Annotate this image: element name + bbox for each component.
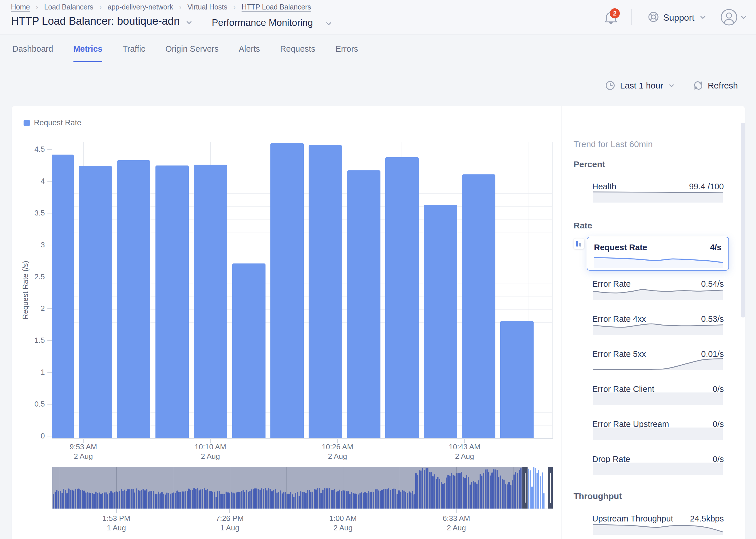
breadcrumb-item-load-balancers[interactable]: Load Balancers [44,3,93,11]
brush-bar [495,470,496,508]
brush-bar [463,477,464,508]
brush-bar [278,492,279,508]
refresh-button[interactable]: Refresh [694,80,738,91]
brush-bar [177,491,178,508]
brush-bar [444,483,445,508]
brush-bar [282,493,283,509]
brush-handle-right[interactable] [548,467,553,508]
lifebuoy-icon[interactable] [647,11,660,23]
brush-bar [214,492,215,508]
chart-legend[interactable]: Request Rate [24,118,81,127]
tab-errors[interactable]: Errors [335,44,358,62]
request-rate-bar[interactable] [424,205,457,438]
brush-bar [269,489,271,508]
brush-bar [161,492,163,508]
brush-bar [138,490,139,508]
chart-type-icon[interactable] [573,239,584,249]
request-rate-bar[interactable] [270,143,304,438]
request-rate-bar[interactable] [232,264,265,438]
tab-traffic[interactable]: Traffic [122,44,145,62]
request-rate-bar[interactable] [462,174,495,438]
brush-bar [210,491,212,508]
brush-bar [93,494,95,509]
brush-bar [502,479,503,508]
brush-bar [90,493,92,508]
sidebar-section-title: Percent [573,159,605,169]
brush-bar [314,489,315,508]
brush-bar [251,489,253,508]
y-axis-tick [47,149,52,150]
brush-bar [490,476,491,508]
bar-icon-right [579,243,581,247]
brush-bar [302,492,303,508]
tab-origin-servers[interactable]: Origin Servers [165,44,218,62]
notification-badge[interactable]: 2 [610,8,620,18]
request-rate-bar[interactable] [194,165,227,438]
avatar-icon[interactable] [720,9,738,26]
brush-bar [337,491,339,508]
request-rate-bar[interactable] [155,166,189,438]
brush-bar [434,474,435,508]
brush-bar [427,468,428,508]
brush-bar [207,489,208,508]
request-rate-bar[interactable] [347,170,380,438]
timeline-brush[interactable] [52,467,553,508]
brush-bar [55,492,56,508]
request-rate-bar[interactable] [117,160,150,438]
brush-bar [124,490,125,508]
view-chevron-down-icon[interactable] [325,20,333,28]
request-rate-bar[interactable] [52,155,74,438]
brush-bar [56,490,58,508]
brush-bar [500,476,501,508]
brush-bar [142,489,144,508]
brush-bar [250,491,251,508]
time-range-select[interactable]: Last 1 hour [605,80,675,91]
breadcrumb-item-home[interactable]: Home [11,3,30,11]
brush-bar [346,491,347,508]
brush-selected-window[interactable] [528,467,548,508]
breadcrumb-item-http-load-balancers[interactable]: HTTP Load Balancers [242,3,311,11]
breadcrumb-item-app-delivery-network[interactable]: app-delivery-network [108,3,173,11]
brush-bar [246,490,247,508]
brush-axis-tick [229,509,230,513]
legend-label: Request Rate [34,118,81,127]
sidebar-scrollbar[interactable] [741,123,745,318]
brush-bar [204,488,205,508]
request-rate-bar[interactable] [309,145,342,438]
y-axis-label: 1.5 [22,336,45,345]
tab-requests[interactable]: Requests [280,44,316,62]
brush-bar [470,485,471,508]
breadcrumb-item-virtual-hosts[interactable]: Virtual Hosts [188,3,227,11]
avatar-chevron-down-icon[interactable] [740,13,748,21]
brush-bar [326,488,327,508]
brush-bar [390,490,391,508]
brush-unselected-overlay[interactable] [52,467,522,508]
metric-card-selected[interactable]: Request Rate4/s [587,237,729,270]
brush-bar [58,491,59,508]
metric-sparkline [593,393,723,405]
support-chevron-down-icon[interactable] [699,13,707,21]
request-rate-bar[interactable] [79,166,112,438]
brush-bar [205,490,207,508]
tab-dashboard[interactable]: Dashboard [12,44,53,62]
request-rate-bar[interactable] [385,157,419,438]
y-axis-tick [47,181,52,182]
brush-bar [261,488,263,508]
bar-plot-area[interactable] [52,142,553,438]
brush-bar [63,489,64,508]
sidebar-section-title: Rate [573,221,592,230]
brush-bar [432,476,434,508]
title-chevron-down-icon[interactable] [185,18,193,27]
brush-bar [95,492,97,508]
brush-handle-left[interactable] [522,467,528,508]
brush-bar [271,491,273,508]
brush-bar [61,493,63,509]
brush-bar [112,493,113,508]
support-button[interactable]: Support [663,13,695,23]
tab-metrics[interactable]: Metrics [73,44,103,62]
request-rate-bar[interactable] [500,321,534,438]
view-selector[interactable]: Performance Monitoring [212,17,313,28]
tab-alerts[interactable]: Alerts [239,44,260,62]
y-axis-tick [47,340,52,341]
brush-bar [414,494,415,509]
